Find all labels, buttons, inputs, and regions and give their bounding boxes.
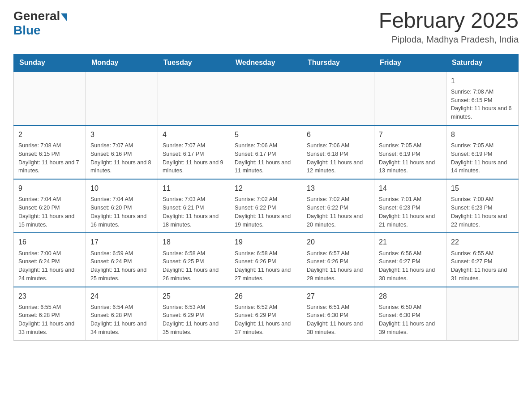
day-info: Sunrise: 6:55 AM Sunset: 6:27 PM Dayligh… — [451, 249, 514, 283]
calendar-cell: 14Sunrise: 7:01 AM Sunset: 6:23 PM Dayli… — [374, 179, 446, 233]
col-tuesday: Tuesday — [158, 54, 230, 72]
calendar-cell — [446, 287, 519, 341]
col-friday: Friday — [374, 54, 446, 72]
calendar-cell: 20Sunrise: 6:57 AM Sunset: 6:26 PM Dayli… — [302, 233, 374, 287]
day-info: Sunrise: 6:57 AM Sunset: 6:26 PM Dayligh… — [307, 249, 369, 283]
calendar-cell — [86, 72, 158, 125]
calendar-cell — [302, 72, 374, 125]
week-row-2: 9Sunrise: 7:04 AM Sunset: 6:20 PM Daylig… — [14, 179, 519, 233]
calendar-cell: 25Sunrise: 6:53 AM Sunset: 6:29 PM Dayli… — [158, 287, 230, 341]
calendar-cell: 24Sunrise: 6:54 AM Sunset: 6:28 PM Dayli… — [86, 287, 158, 341]
day-number: 8 — [451, 129, 514, 140]
day-number: 18 — [163, 237, 225, 247]
calendar-cell: 5Sunrise: 7:06 AM Sunset: 6:17 PM Daylig… — [230, 125, 302, 179]
calendar-cell: 28Sunrise: 6:50 AM Sunset: 6:30 PM Dayli… — [374, 287, 446, 341]
col-saturday: Saturday — [446, 54, 519, 72]
calendar-cell — [158, 72, 230, 125]
day-number: 21 — [379, 237, 442, 247]
calendar-cell: 27Sunrise: 6:51 AM Sunset: 6:30 PM Dayli… — [302, 287, 374, 341]
day-number: 16 — [18, 237, 81, 247]
col-sunday: Sunday — [14, 54, 86, 72]
calendar-table: Sunday Monday Tuesday Wednesday Thursday… — [13, 54, 519, 341]
calendar-cell: 10Sunrise: 7:04 AM Sunset: 6:20 PM Dayli… — [86, 179, 158, 233]
calendar-cell: 1Sunrise: 7:08 AM Sunset: 6:15 PM Daylig… — [446, 72, 519, 125]
calendar-cell: 17Sunrise: 6:59 AM Sunset: 6:24 PM Dayli… — [86, 233, 158, 287]
calendar-cell: 6Sunrise: 7:06 AM Sunset: 6:18 PM Daylig… — [302, 125, 374, 179]
calendar-cell: 16Sunrise: 7:00 AM Sunset: 6:24 PM Dayli… — [14, 233, 86, 287]
day-info: Sunrise: 7:00 AM Sunset: 6:24 PM Dayligh… — [18, 249, 81, 283]
day-info: Sunrise: 7:06 AM Sunset: 6:18 PM Dayligh… — [307, 141, 369, 175]
day-number: 26 — [235, 291, 297, 301]
day-info: Sunrise: 7:06 AM Sunset: 6:17 PM Dayligh… — [235, 141, 297, 175]
calendar-cell: 11Sunrise: 7:03 AM Sunset: 6:21 PM Dayli… — [158, 179, 230, 233]
calendar-header-row: Sunday Monday Tuesday Wednesday Thursday… — [14, 54, 519, 72]
day-number: 12 — [235, 183, 297, 193]
logo-blue: Blue — [13, 23, 41, 38]
col-thursday: Thursday — [302, 54, 374, 72]
calendar-cell — [374, 72, 446, 125]
calendar-cell: 8Sunrise: 7:05 AM Sunset: 6:19 PM Daylig… — [446, 125, 519, 179]
page-header: General Blue February 2025 Piploda, Madh… — [13, 9, 519, 45]
day-number: 3 — [90, 129, 153, 140]
day-info: Sunrise: 6:56 AM Sunset: 6:27 PM Dayligh… — [379, 249, 442, 283]
day-number: 2 — [18, 129, 81, 140]
day-info: Sunrise: 6:51 AM Sunset: 6:30 PM Dayligh… — [307, 303, 369, 337]
day-number: 10 — [90, 183, 153, 193]
day-number: 24 — [90, 291, 153, 301]
day-number: 15 — [451, 183, 514, 193]
week-row-3: 16Sunrise: 7:00 AM Sunset: 6:24 PM Dayli… — [14, 233, 519, 287]
logo-chevron-icon — [61, 13, 67, 21]
day-info: Sunrise: 7:02 AM Sunset: 6:22 PM Dayligh… — [307, 195, 369, 229]
week-row-4: 23Sunrise: 6:55 AM Sunset: 6:28 PM Dayli… — [14, 287, 519, 341]
day-info: Sunrise: 7:05 AM Sunset: 6:19 PM Dayligh… — [451, 141, 514, 175]
calendar-cell: 3Sunrise: 7:07 AM Sunset: 6:16 PM Daylig… — [86, 125, 158, 179]
day-number: 27 — [307, 291, 369, 301]
day-info: Sunrise: 6:58 AM Sunset: 6:25 PM Dayligh… — [163, 249, 225, 283]
logo-general: General — [13, 9, 60, 23]
week-row-0: 1Sunrise: 7:08 AM Sunset: 6:15 PM Daylig… — [14, 72, 519, 125]
day-number: 6 — [307, 129, 369, 140]
day-info: Sunrise: 7:04 AM Sunset: 6:20 PM Dayligh… — [18, 195, 81, 229]
day-info: Sunrise: 7:01 AM Sunset: 6:23 PM Dayligh… — [379, 195, 442, 229]
day-info: Sunrise: 7:03 AM Sunset: 6:21 PM Dayligh… — [163, 195, 225, 229]
day-info: Sunrise: 7:04 AM Sunset: 6:20 PM Dayligh… — [90, 195, 153, 229]
day-number: 23 — [18, 291, 81, 301]
day-info: Sunrise: 6:53 AM Sunset: 6:29 PM Dayligh… — [163, 303, 225, 337]
location-text: Piploda, Madhya Pradesh, India — [379, 34, 519, 45]
day-info: Sunrise: 6:52 AM Sunset: 6:29 PM Dayligh… — [235, 303, 297, 337]
day-number: 19 — [235, 237, 297, 247]
day-number: 11 — [163, 183, 225, 193]
day-number: 28 — [379, 291, 442, 301]
calendar-cell: 7Sunrise: 7:05 AM Sunset: 6:19 PM Daylig… — [374, 125, 446, 179]
day-info: Sunrise: 7:07 AM Sunset: 6:16 PM Dayligh… — [90, 141, 153, 175]
day-info: Sunrise: 6:54 AM Sunset: 6:28 PM Dayligh… — [90, 303, 153, 337]
calendar-cell: 18Sunrise: 6:58 AM Sunset: 6:25 PM Dayli… — [158, 233, 230, 287]
calendar-cell — [230, 72, 302, 125]
day-info: Sunrise: 6:59 AM Sunset: 6:24 PM Dayligh… — [90, 249, 153, 283]
calendar-cell — [14, 72, 86, 125]
day-info: Sunrise: 7:02 AM Sunset: 6:22 PM Dayligh… — [235, 195, 297, 229]
day-number: 7 — [379, 129, 442, 140]
calendar-cell: 26Sunrise: 6:52 AM Sunset: 6:29 PM Dayli… — [230, 287, 302, 341]
calendar-cell: 2Sunrise: 7:08 AM Sunset: 6:15 PM Daylig… — [14, 125, 86, 179]
col-monday: Monday — [86, 54, 158, 72]
calendar-cell: 4Sunrise: 7:07 AM Sunset: 6:17 PM Daylig… — [158, 125, 230, 179]
title-block: February 2025 Piploda, Madhya Pradesh, I… — [379, 9, 519, 45]
calendar-cell: 15Sunrise: 7:00 AM Sunset: 6:23 PM Dayli… — [446, 179, 519, 233]
day-number: 13 — [307, 183, 369, 193]
day-info: Sunrise: 7:00 AM Sunset: 6:23 PM Dayligh… — [451, 195, 514, 229]
day-number: 22 — [451, 237, 514, 247]
day-number: 5 — [235, 129, 297, 140]
day-info: Sunrise: 6:58 AM Sunset: 6:26 PM Dayligh… — [235, 249, 297, 283]
day-info: Sunrise: 7:08 AM Sunset: 6:15 PM Dayligh… — [18, 141, 81, 175]
day-number: 14 — [379, 183, 442, 193]
day-number: 25 — [163, 291, 225, 301]
calendar-cell: 12Sunrise: 7:02 AM Sunset: 6:22 PM Dayli… — [230, 179, 302, 233]
month-title: February 2025 — [379, 9, 519, 33]
day-number: 4 — [163, 129, 225, 140]
day-info: Sunrise: 7:07 AM Sunset: 6:17 PM Dayligh… — [163, 141, 225, 175]
calendar-cell: 22Sunrise: 6:55 AM Sunset: 6:27 PM Dayli… — [446, 233, 519, 287]
day-number: 9 — [18, 183, 81, 193]
calendar-cell: 13Sunrise: 7:02 AM Sunset: 6:22 PM Dayli… — [302, 179, 374, 233]
calendar-cell: 9Sunrise: 7:04 AM Sunset: 6:20 PM Daylig… — [14, 179, 86, 233]
